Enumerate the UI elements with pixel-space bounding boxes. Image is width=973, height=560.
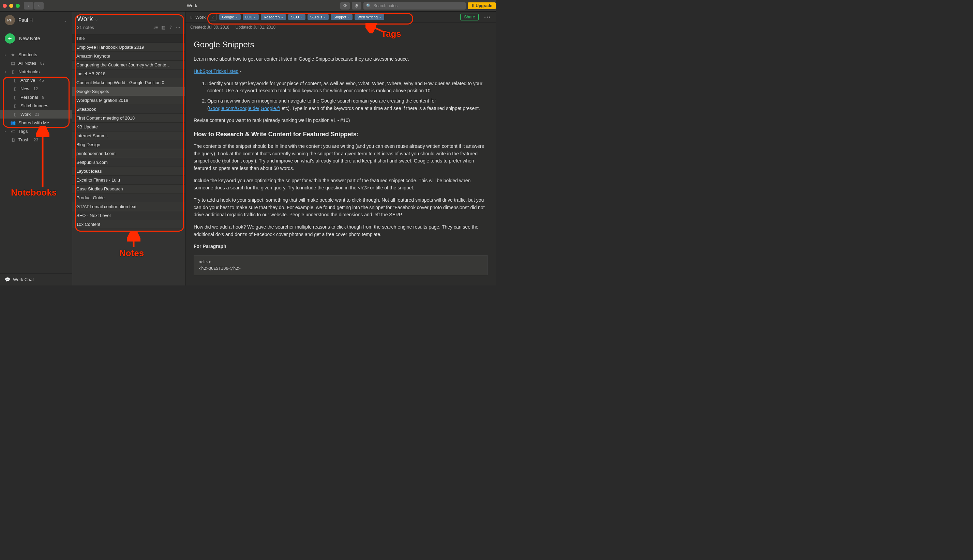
note-list-row[interactable]: Internet Summit: [72, 132, 185, 140]
note-body[interactable]: Google Snippets Learn more about how to …: [186, 32, 496, 285]
breadcrumb-notebook[interactable]: Work: [196, 15, 206, 20]
tag-icon: 🏷: [10, 129, 16, 134]
sort-icon[interactable]: ↓≡: [153, 25, 158, 30]
search-placeholder: Search notes: [373, 3, 398, 8]
sidebar-notebook-item[interactable]: ▯Archive45: [0, 76, 72, 85]
column-header-title[interactable]: Title: [72, 34, 185, 43]
share-icon[interactable]: ⇪: [169, 25, 172, 30]
note-list-row[interactable]: Wordpress Migration 2018: [72, 96, 185, 105]
annotation-label-tags: Tags: [381, 28, 401, 39]
notebook-icon: ▯: [12, 112, 18, 117]
count-badge: 21: [35, 112, 39, 117]
note-list-row[interactable]: Excel to Fitness - Lulu: [72, 176, 185, 185]
more-icon[interactable]: ⋯: [176, 25, 181, 30]
note-list-row[interactable]: Amazon Keynote: [72, 52, 185, 61]
account-switcher[interactable]: PH Paul H ⌄: [0, 12, 72, 28]
sidebar-notebook-item[interactable]: ▯New12: [0, 85, 72, 93]
disclosure-down-icon: ▾: [5, 70, 7, 73]
tag-pill[interactable]: SERPs⌄: [308, 14, 329, 20]
link-hubspot[interactable]: HubSpot Tricks listed: [194, 68, 239, 74]
close-icon[interactable]: [3, 4, 7, 8]
sidebar-item-label: Notebooks: [18, 69, 40, 74]
note-list-row[interactable]: GT/API email confirmation text: [72, 202, 185, 211]
tag-pill[interactable]: Web Writing⌄: [354, 14, 384, 20]
count-badge: 45: [39, 78, 43, 83]
minimize-icon[interactable]: [9, 4, 13, 8]
sidebar-item-label: Work Chat: [13, 277, 34, 282]
sidebar-shortcuts[interactable]: ▸ ★ Shortcuts: [0, 50, 72, 59]
notebook-icon: ▯: [10, 69, 16, 74]
note-list-row[interactable]: Product Guide: [72, 193, 185, 202]
chevron-down-icon: ⌄: [254, 16, 256, 19]
list-item: Open a new window on incognito and navig…: [207, 97, 488, 112]
tag-label: SEO: [291, 15, 299, 19]
tag-pill[interactable]: Snippet⌄: [331, 14, 353, 20]
view-mode-icon[interactable]: ▥: [161, 25, 166, 30]
note-list-row[interactable]: Google Snippets: [72, 87, 185, 96]
user-name: Paul H: [18, 17, 60, 23]
notebook-crumb-icon: ▯: [190, 15, 192, 19]
back-button[interactable]: ‹: [24, 2, 33, 10]
more-actions-icon[interactable]: •••: [484, 15, 491, 20]
chevron-down-icon: ⌄: [324, 16, 326, 19]
note-list-row[interactable]: Siteabook: [72, 105, 185, 114]
note-count: 21 notes: [77, 25, 153, 30]
tag-label: Web Writing: [357, 15, 378, 19]
new-note-button[interactable]: + New Note: [0, 31, 72, 46]
sidebar-item-label: New: [20, 86, 29, 91]
annotation-label-notes: Notes: [119, 248, 144, 258]
bell-icon[interactable]: [352, 2, 361, 10]
sidebar-notebook-item[interactable]: ▯Work21: [0, 110, 72, 118]
tag-label: SERPs: [310, 15, 322, 19]
notebook-title: Work: [77, 15, 93, 23]
tag-pill[interactable]: Google⌄: [219, 14, 240, 20]
note-list-row[interactable]: First Content meeting of 2018: [72, 114, 185, 123]
annotation-label-notebooks: Notebooks: [11, 187, 57, 198]
upgrade-button[interactable]: ⬆Upgrade: [468, 2, 496, 9]
note-list-row[interactable]: Conquering the Customer Journey with Con…: [72, 61, 185, 70]
note-list-row[interactable]: printondemand.com: [72, 149, 185, 158]
note-list-row[interactable]: 10x Content: [72, 220, 185, 229]
note-list-row[interactable]: Content Marketing World - Google Positio…: [72, 78, 185, 87]
note-paragraph: Include the keyword you are optimizing t…: [194, 177, 488, 192]
sync-icon[interactable]: ⟳: [340, 2, 350, 10]
note-list-row[interactable]: Layout Ideas: [72, 167, 185, 176]
note-title[interactable]: Google Snippets: [194, 38, 488, 51]
notebook-icon: ▯: [12, 78, 18, 83]
sidebar-item-label: Skitch Images: [20, 103, 48, 108]
search-input[interactable]: 🔍 Search notes: [363, 2, 466, 10]
link-google-fr[interactable]: Google.fr: [261, 106, 280, 111]
sidebar-notebook-item[interactable]: ▯Skitch Images: [0, 102, 72, 110]
svg-line-2: [368, 25, 383, 31]
note-list-row[interactable]: SEO - Next Level: [72, 211, 185, 220]
note-list-row[interactable]: Employee Handbook Update 2019: [72, 43, 185, 52]
share-button[interactable]: Share: [460, 13, 479, 20]
sidebar-all-notes[interactable]: ▤ All Notes 87: [0, 59, 72, 67]
chat-icon: 💬: [5, 277, 10, 282]
tag-pill[interactable]: Lulu⌄: [243, 14, 259, 20]
sidebar-item-label: Work: [20, 112, 31, 117]
sidebar-notebook-item[interactable]: ▯Personal9: [0, 93, 72, 102]
sidebar-notebooks[interactable]: ▾ ▯ Notebooks: [0, 67, 72, 76]
reminder-icon[interactable]: ⌂: [210, 13, 216, 20]
note-list-row[interactable]: Selfpublish.com: [72, 158, 185, 167]
link-google-com[interactable]: Google.com/Google.de/: [209, 106, 259, 111]
note-list-row[interactable]: IndieLAB 2018: [72, 70, 185, 78]
star-icon: ★: [10, 52, 16, 57]
note-paragraph: Try to add a hook to your snippet, somet…: [194, 197, 488, 219]
note-list-row[interactable]: Blog Design: [72, 140, 185, 149]
forward-button[interactable]: ›: [34, 2, 43, 10]
tag-pill[interactable]: SEO⌄: [288, 14, 305, 20]
chevron-down-icon: ⌄: [300, 16, 303, 19]
notebook-title-dropdown[interactable]: Work ⌄: [77, 15, 181, 23]
maximize-icon[interactable]: [16, 4, 20, 8]
chevron-down-icon: ⌄: [64, 18, 67, 23]
note-paragraph: For Paragraph: [194, 243, 488, 250]
note-paragraph: Learn more about how to get our content …: [194, 55, 488, 63]
note-paragraph: Revise content you want to rank (already…: [194, 117, 488, 124]
note-list-row[interactable]: KB Update: [72, 123, 185, 132]
sidebar-work-chat[interactable]: 💬 Work Chat: [0, 273, 72, 285]
note-list-row[interactable]: Case Studies Research: [72, 185, 185, 193]
sidebar-item-label: Shared with Me: [18, 120, 49, 125]
tag-pill[interactable]: Research⌄: [261, 14, 286, 20]
